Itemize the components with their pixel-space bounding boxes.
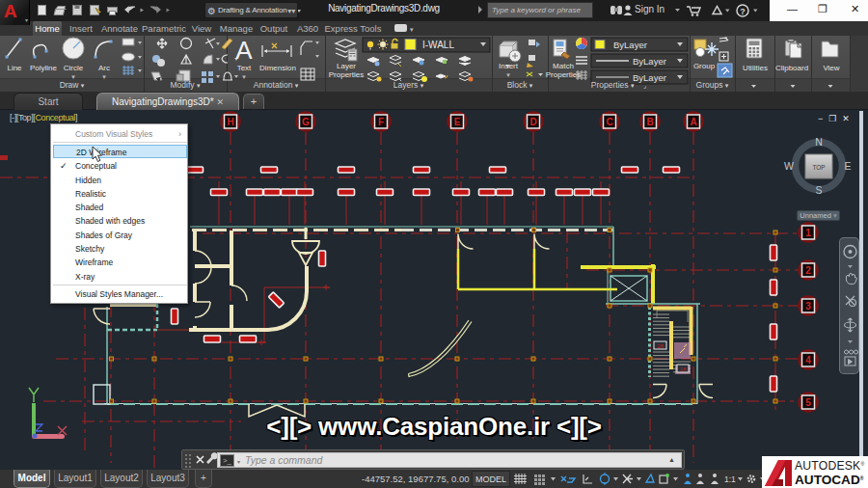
svg-text:W: W [784, 160, 794, 172]
svg-text:B: B [646, 117, 653, 127]
svg-text:?: ? [740, 7, 746, 16]
svg-text:5: 5 [805, 397, 811, 408]
svg-text:AUTODESK®: AUTODESK® [795, 459, 864, 473]
svg-text:1:1: 1:1 [724, 474, 736, 484]
svg-text:1: 1 [805, 228, 811, 238]
svg-text:ByLayer: ByLayer [613, 40, 647, 50]
svg-text:E: E [454, 117, 461, 127]
svg-text:AUTOCAD®: AUTOCAD® [795, 473, 864, 487]
svg-text:N: N [815, 136, 823, 148]
svg-text:4: 4 [805, 355, 811, 366]
svg-text:E: E [844, 160, 851, 172]
svg-text:TOP: TOP [812, 164, 825, 171]
svg-text:ByLayer: ByLayer [633, 56, 666, 67]
svg-text:H: H [227, 117, 233, 127]
svg-text:D: D [529, 117, 536, 127]
svg-text:F: F [378, 117, 384, 127]
svg-text:A: A [690, 117, 696, 127]
svg-text:3: 3 [805, 301, 811, 312]
svg-text:28: 28 [657, 343, 664, 349]
svg-text:A: A [235, 36, 253, 65]
svg-text:G: G [302, 117, 310, 127]
svg-text:18: 18 [680, 366, 687, 372]
svg-text:2: 2 [805, 265, 811, 276]
svg-text:S: S [815, 184, 822, 196]
svg-text:C: C [606, 117, 612, 127]
svg-text:I-WALL: I-WALL [422, 40, 454, 50]
